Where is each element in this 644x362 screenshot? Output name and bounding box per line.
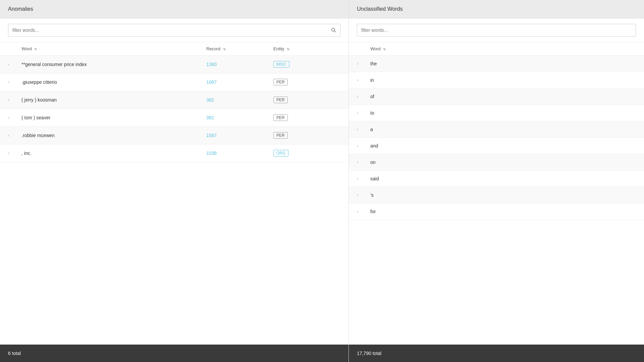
- right-expand-icon[interactable]: ›: [357, 127, 370, 132]
- record-col-header[interactable]: Record ⇅: [206, 46, 273, 51]
- word-cell: ( jerry ) koosman: [21, 97, 206, 103]
- list-item[interactable]: › of: [349, 88, 644, 105]
- right-expand-icon[interactable]: ›: [357, 61, 370, 66]
- right-word-cell: of: [370, 94, 636, 99]
- anomalies-panel: Anomalies Word ⇅ Record ⇅ Entity ⇅ › **g…: [0, 0, 349, 362]
- anomalies-table-body: › **general consumer price index 1380 MI…: [0, 56, 348, 345]
- word-cell: .robbie mcewen: [21, 133, 206, 138]
- word-cell: ( tom ) seaver: [21, 115, 206, 120]
- unclassified-header: Unclassified Words: [349, 0, 644, 18]
- anomalies-footer: 6 total: [0, 345, 348, 362]
- list-item[interactable]: › in: [349, 72, 644, 88]
- unclassified-total: 17,790 total: [357, 351, 381, 356]
- unclassified-table-header: Word ⇅: [349, 42, 644, 56]
- expand-icon[interactable]: ›: [8, 80, 21, 84]
- anomalies-total: 6 total: [8, 351, 21, 356]
- unclassified-footer: 17,790 total: [349, 345, 644, 362]
- record-sort-icon: ⇅: [223, 47, 226, 51]
- right-word-cell: for: [370, 209, 636, 214]
- record-link[interactable]: 382: [206, 115, 214, 120]
- entity-sort-icon: ⇅: [287, 47, 289, 51]
- word-cell: , inc.: [21, 150, 206, 156]
- table-row[interactable]: › .giuseppe citterio 1087 PER: [0, 73, 348, 91]
- record-link[interactable]: 382: [206, 97, 214, 103]
- right-expand-icon[interactable]: ›: [357, 176, 370, 181]
- entity-col-header[interactable]: Entity ⇅: [273, 46, 340, 51]
- list-item[interactable]: › said: [349, 171, 644, 187]
- anomalies-search-button[interactable]: [327, 24, 340, 37]
- right-word-cell: to: [370, 110, 636, 116]
- anomalies-title: Anomalies: [8, 6, 33, 12]
- unclassified-search-bar: [349, 18, 644, 42]
- entity-badge: PER: [273, 97, 288, 103]
- list-item[interactable]: › and: [349, 138, 644, 154]
- right-expand-icon[interactable]: ›: [357, 94, 370, 99]
- list-item[interactable]: › on: [349, 154, 644, 171]
- right-expand-icon[interactable]: ›: [357, 160, 370, 165]
- entity-badge: PER: [273, 132, 288, 139]
- right-expand-icon[interactable]: ›: [357, 111, 370, 115]
- table-row[interactable]: › .robbie mcewen 1087 PER: [0, 127, 348, 144]
- list-item[interactable]: › to: [349, 105, 644, 121]
- expand-icon[interactable]: ›: [8, 115, 21, 120]
- word-cell: **general consumer price index: [21, 62, 206, 67]
- expand-icon[interactable]: ›: [8, 62, 21, 67]
- unclassified-panel: Unclassified Words Word ⇅ › the › in › o…: [349, 0, 644, 362]
- right-word-cell: said: [370, 176, 636, 181]
- table-row[interactable]: › ( tom ) seaver 382 PER: [0, 109, 348, 127]
- list-item[interactable]: › for: [349, 203, 644, 220]
- record-link[interactable]: 1038: [206, 150, 217, 156]
- right-word-cell: the: [370, 61, 636, 66]
- table-row[interactable]: › , inc. 1038 ORG: [0, 144, 348, 162]
- anomalies-search-bar: [0, 18, 348, 42]
- expand-icon[interactable]: ›: [8, 151, 21, 156]
- anomalies-header: Anomalies: [0, 0, 348, 18]
- right-expand-icon[interactable]: ›: [357, 193, 370, 197]
- search-icon: [331, 27, 336, 33]
- right-word-cell: on: [370, 160, 636, 165]
- anomalies-search-input[interactable]: [8, 24, 327, 37]
- right-word-cell: in: [370, 77, 636, 83]
- entity-badge: PER: [273, 79, 288, 85]
- entity-badge: PER: [273, 114, 288, 121]
- word-col-header[interactable]: Word ⇅: [21, 46, 206, 51]
- right-word-cell: a: [370, 127, 636, 132]
- record-link[interactable]: 1380: [206, 62, 217, 67]
- list-item[interactable]: › a: [349, 121, 644, 138]
- right-expand-icon[interactable]: ›: [357, 209, 370, 214]
- list-item[interactable]: › the: [349, 56, 644, 72]
- anomalies-table-header: Word ⇅ Record ⇅ Entity ⇅: [0, 42, 348, 56]
- word-sort-icon: ⇅: [34, 47, 37, 51]
- right-word-sort-icon: ⇅: [383, 47, 386, 51]
- svg-point-0: [332, 28, 335, 31]
- expand-icon[interactable]: ›: [8, 133, 21, 138]
- unclassified-table-body: › the › in › of › to › a › and › on › sa…: [349, 56, 644, 345]
- right-word-col-header[interactable]: Word ⇅: [370, 46, 636, 51]
- record-link[interactable]: 1087: [206, 133, 217, 138]
- unclassified-title: Unclassified Words: [357, 6, 403, 12]
- table-row[interactable]: › ( jerry ) koosman 382 PER: [0, 91, 348, 109]
- entity-badge: ORG: [273, 150, 288, 157]
- right-expand-icon[interactable]: ›: [357, 78, 370, 82]
- record-link[interactable]: 1087: [206, 79, 217, 85]
- right-word-cell: 's: [370, 192, 636, 198]
- unclassified-search-input[interactable]: [357, 24, 636, 37]
- word-cell: .giuseppe citterio: [21, 79, 206, 85]
- table-row[interactable]: › **general consumer price index 1380 MI…: [0, 56, 348, 73]
- right-word-cell: and: [370, 143, 636, 148]
- svg-line-1: [334, 31, 336, 32]
- expand-icon[interactable]: ›: [8, 98, 21, 102]
- list-item[interactable]: › 's: [349, 187, 644, 203]
- right-expand-icon[interactable]: ›: [357, 143, 370, 148]
- entity-badge: MISC: [273, 61, 289, 68]
